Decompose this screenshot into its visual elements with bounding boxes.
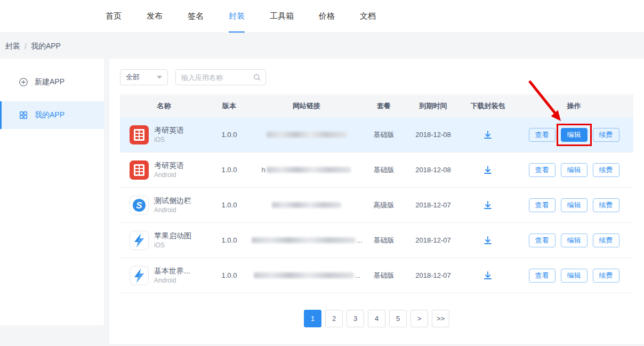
table-row[interactable]: 基本世界... Android 1.0.0 ... 基础版 2018-12-07… — [120, 258, 633, 293]
grid-icon — [19, 110, 28, 120]
app-platform: iOS — [154, 135, 184, 144]
nav-item-3[interactable]: 签名 — [188, 0, 204, 33]
page-button-2[interactable]: 2 — [325, 310, 343, 327]
chevron-down-icon — [157, 76, 162, 79]
annotation-box — [557, 124, 592, 146]
last-page-button[interactable]: >> — [432, 310, 449, 327]
edit-button[interactable]: 编辑 — [561, 269, 587, 283]
nav-item-5[interactable]: 工具箱 — [270, 0, 294, 33]
expiry-date: 2018-12-08 — [405, 166, 461, 174]
table-row[interactable]: 苹果启动图 iOS 1.0.0 ... 基础版 2018-12-07 查看 编辑… — [120, 223, 633, 258]
actions-cell: 查看 编辑 续费 — [514, 128, 633, 142]
plan-badge: 基础版 — [363, 165, 405, 175]
table-row[interactable]: S 测试侧边栏 Android 1.0.0 高级版 2018-12-07 查看 … — [120, 188, 633, 223]
sidebar-item-my-app[interactable]: 我的APP — [0, 101, 104, 129]
flash-icon — [130, 266, 149, 285]
plan-badge: 基础版 — [363, 236, 405, 245]
page-button-5[interactable]: 5 — [389, 310, 407, 327]
column-header: 下载封装包 — [461, 101, 514, 111]
breadcrumb: 封装 / 我的APP — [5, 42, 61, 51]
nav-item-4[interactable]: 封装 — [229, 0, 245, 33]
column-header: 套餐 — [363, 101, 405, 111]
renew-button[interactable]: 续费 — [593, 234, 619, 247]
edit-button[interactable]: 编辑 — [561, 234, 587, 247]
column-header: 到期时间 — [405, 101, 461, 111]
pagination: 12345>>> — [120, 310, 633, 327]
renew-button[interactable]: 续费 — [593, 198, 619, 212]
sidebar: 新建APP 我的APP — [0, 59, 104, 325]
app-platform: Android — [154, 206, 191, 214]
actions-cell: 查看 编辑 续费 — [514, 234, 633, 247]
name-cell: 苹果启动图 iOS — [120, 231, 208, 250]
expiry-date: 2018-12-07 — [405, 271, 461, 279]
edit-button[interactable]: 编辑 — [561, 198, 587, 212]
renew-button[interactable]: 续费 — [593, 269, 619, 283]
app-version: 1.0.0 — [208, 236, 251, 244]
nav-item-2[interactable]: 发布 — [147, 0, 163, 33]
column-header: 版本 — [208, 101, 251, 111]
nav-item-1[interactable]: 首页 — [106, 0, 122, 33]
actions-cell: 查看 编辑 续费 — [514, 198, 633, 212]
app-name: 考研英语 — [154, 125, 184, 135]
edit-button[interactable]: 编辑 — [561, 128, 587, 142]
nav-item-6[interactable]: 价格 — [319, 0, 335, 33]
film-icon — [130, 160, 149, 180]
renew-button[interactable]: 续费 — [593, 128, 619, 142]
app-platform: Android — [154, 171, 184, 179]
download-icon[interactable] — [480, 233, 495, 248]
view-button[interactable]: 查看 — [529, 128, 556, 142]
masked-url — [252, 237, 356, 243]
expiry-date: 2018-12-08 — [405, 131, 461, 139]
plan-badge: 基础版 — [363, 271, 405, 280]
actions-cell: 查看 编辑 续费 — [514, 163, 633, 177]
masked-url — [267, 167, 351, 173]
view-button[interactable]: 查看 — [529, 163, 556, 177]
column-header: 操作 — [514, 101, 633, 111]
column-header: 网站链接 — [251, 101, 363, 111]
table-row[interactable]: 考研英语 iOS 1.0.0 基础版 2018-12-08 查看 编辑 续费 — [120, 117, 633, 152]
view-button[interactable]: 查看 — [529, 198, 556, 212]
toolbar: 全部 — [120, 69, 633, 85]
table-row[interactable]: 考研英语 Android 1.0.0 h 基础版 2018-12-08 查看 编… — [120, 152, 633, 188]
website-link — [251, 132, 363, 138]
name-cell: 基本世界... Android — [120, 266, 208, 285]
expiry-date: 2018-12-07 — [405, 236, 461, 244]
view-button[interactable]: 查看 — [529, 269, 556, 283]
nav-item-7[interactable]: 文档 — [360, 0, 376, 33]
download-icon[interactable] — [480, 127, 495, 142]
film-icon — [130, 125, 149, 144]
breadcrumb-separator: / — [25, 42, 27, 51]
name-cell: 考研英语 iOS — [120, 125, 208, 144]
download-icon[interactable] — [480, 163, 495, 178]
renew-button[interactable]: 续费 — [593, 163, 619, 177]
page-button-1[interactable]: 1 — [304, 310, 321, 327]
edit-button[interactable]: 编辑 — [561, 163, 587, 177]
download-icon[interactable] — [480, 198, 495, 213]
sidebar-item-new-app[interactable]: 新建APP — [0, 68, 104, 96]
search-icon — [253, 73, 261, 84]
page-button-4[interactable]: 4 — [368, 310, 385, 327]
page-button-3[interactable]: 3 — [347, 310, 364, 327]
app-version: 1.0.0 — [208, 201, 251, 209]
app-name: 苹果启动图 — [154, 231, 191, 241]
filter-select[interactable]: 全部 — [120, 69, 168, 85]
download-icon[interactable] — [480, 268, 495, 283]
breadcrumb-current: 我的APP — [31, 42, 61, 51]
app-name: 测试侧边栏 — [154, 196, 191, 206]
main-card: 全部 名称版本网站链接套餐到期时间下载封装包操作 考研英语 iOS 1.0.0 … — [109, 59, 644, 344]
website-link — [251, 202, 363, 208]
app-platform: Android — [154, 276, 190, 285]
app-version: 1.0.0 — [208, 166, 251, 174]
website-link: ... — [251, 236, 363, 244]
view-button[interactable]: 查看 — [529, 234, 556, 247]
next-page-button[interactable]: > — [410, 310, 428, 327]
masked-url — [254, 272, 354, 278]
name-cell: 考研英语 Android — [120, 160, 208, 180]
masked-url — [272, 202, 341, 208]
table-body: 考研英语 iOS 1.0.0 基础版 2018-12-08 查看 编辑 续费 考… — [120, 117, 633, 293]
sidebar-item-label: 我的APP — [35, 110, 65, 120]
name-cell: S 测试侧边栏 Android — [120, 196, 208, 215]
plus-circle-icon — [19, 77, 28, 87]
website-link: h — [251, 166, 363, 174]
breadcrumb-root[interactable]: 封装 — [5, 42, 20, 51]
